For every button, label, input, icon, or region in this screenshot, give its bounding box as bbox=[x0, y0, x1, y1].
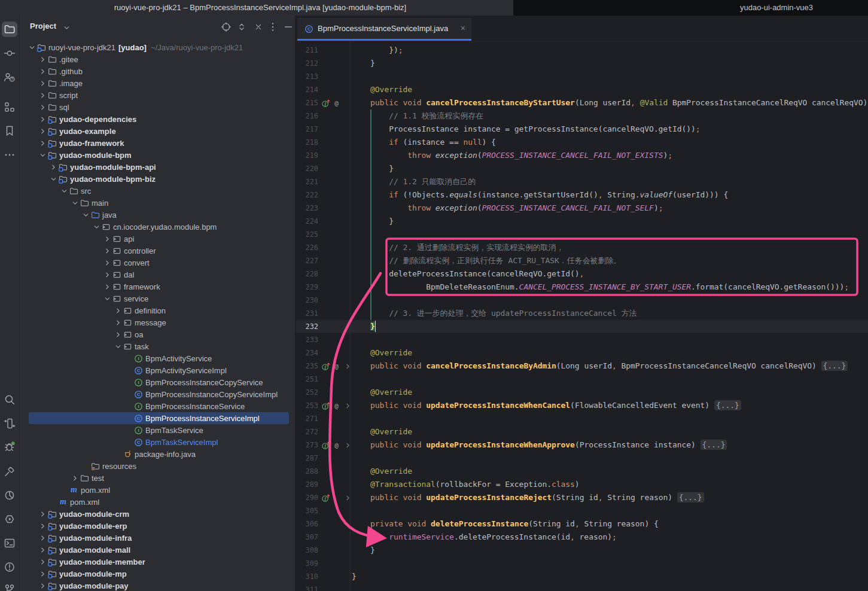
tree-item-convert[interactable]: convert bbox=[20, 257, 295, 269]
line-number[interactable]: 310 bbox=[296, 570, 318, 583]
run-window-icon[interactable] bbox=[3, 417, 16, 430]
tree-item-BpmProcessInstanceService[interactable]: IBpmProcessInstanceService bbox=[20, 400, 295, 412]
tree-item-yudao-module-mall[interactable]: yudao-module-mall bbox=[20, 544, 295, 556]
code-line-234[interactable]: 234 @Override bbox=[296, 346, 868, 360]
line-number[interactable]: 217 bbox=[296, 123, 318, 136]
line-number[interactable]: 211 bbox=[296, 44, 318, 57]
chevron-right-icon[interactable] bbox=[38, 89, 47, 101]
line-number[interactable]: 271 bbox=[296, 412, 318, 425]
tree-item-sql[interactable]: sql bbox=[20, 101, 295, 113]
chevron-down-icon[interactable] bbox=[27, 41, 36, 53]
tree-item-test[interactable]: test bbox=[20, 472, 295, 484]
bookmarks-icon[interactable] bbox=[3, 124, 16, 138]
code-line-226[interactable]: 226 // 2. 通过删除流程实例，实现流程实例的取消， bbox=[296, 241, 868, 254]
annotation-gutter-icon[interactable]: @ bbox=[331, 401, 341, 410]
line-number[interactable]: 288 bbox=[296, 465, 318, 478]
tree-item-oa[interactable]: oa bbox=[20, 328, 295, 340]
collapse-all-icon[interactable] bbox=[252, 20, 265, 33]
fold-arrow-icon[interactable] bbox=[343, 361, 352, 371]
code-with-me-icon[interactable]: ? bbox=[3, 71, 16, 84]
line-number[interactable]: 307 bbox=[296, 531, 318, 544]
line-number[interactable]: 287 bbox=[296, 452, 318, 465]
chevron-right-icon[interactable] bbox=[38, 508, 47, 520]
tree-item-BpmProcessInstanceServiceImpl[interactable]: CBpmProcessInstanceServiceImpl bbox=[20, 412, 295, 424]
code-line-307[interactable]: 307 runtimeService.deleteProcessInstance… bbox=[296, 531, 868, 544]
line-number[interactable]: 252 bbox=[296, 386, 318, 399]
line-number[interactable]: 215 bbox=[296, 96, 318, 109]
terminal-icon[interactable] bbox=[3, 537, 16, 550]
project-folder-icon[interactable] bbox=[2, 22, 17, 37]
chevron-right-icon[interactable] bbox=[113, 304, 123, 316]
code-line-290[interactable]: 290I public void updateProcessInstanceRe… bbox=[296, 491, 868, 504]
code-line-217[interactable]: 217 ProcessInstance instance = getProces… bbox=[296, 123, 868, 136]
chevron-right-icon[interactable] bbox=[70, 472, 80, 484]
code-line-229[interactable]: 229 BpmDeleteReasonEnum.CANCEL_PROCESS_I… bbox=[296, 281, 868, 294]
line-number[interactable]: 235 bbox=[296, 360, 318, 373]
code-line-231[interactable]: 231 // 3. 进一步的处理，交给 updateProcessInstanc… bbox=[296, 307, 868, 320]
chevron-down-icon[interactable] bbox=[81, 209, 90, 221]
tree-item-yudao-module-erp[interactable]: yudao-module-erp bbox=[20, 520, 295, 532]
services-icon[interactable] bbox=[3, 513, 16, 526]
code-line-211[interactable]: 211 }); bbox=[296, 44, 868, 57]
tree-item-BpmProcessInstanceCopyServiceImpl[interactable]: CBpmProcessInstanceCopyServiceImpl bbox=[20, 388, 295, 400]
code-line-271[interactable]: 271 bbox=[296, 412, 868, 425]
tree-item-resources[interactable]: resources bbox=[20, 460, 295, 472]
tree-item-definition[interactable]: definition bbox=[20, 304, 295, 316]
tree-item-yudao-module-infra[interactable]: yudao-module-infra bbox=[20, 532, 295, 544]
chevron-right-icon[interactable] bbox=[38, 65, 47, 77]
code-line-306[interactable]: 306 private void deleteProcessInstance(S… bbox=[296, 517, 868, 531]
line-number[interactable]: 229 bbox=[296, 281, 318, 294]
more-tool-windows-icon[interactable] bbox=[3, 148, 16, 162]
tree-item-script[interactable]: script bbox=[20, 89, 295, 101]
code-line-311[interactable]: 311 bbox=[296, 583, 868, 591]
chevron-down-icon[interactable] bbox=[92, 221, 101, 233]
line-number[interactable]: 218 bbox=[296, 136, 318, 149]
tree-item-pom.xml[interactable]: mpom.xml bbox=[20, 484, 295, 496]
code-line-251[interactable]: 251 bbox=[296, 373, 868, 386]
tree-item-main[interactable]: main bbox=[20, 197, 295, 209]
line-number[interactable]: 233 bbox=[296, 333, 318, 346]
tree-item-yudao-module-bpm[interactable]: yudao-module-bpm bbox=[20, 149, 295, 161]
tree-item-BpmTaskService[interactable]: IBpmTaskService bbox=[20, 424, 295, 436]
tree-item-controller[interactable]: controller bbox=[20, 245, 295, 257]
line-number[interactable]: 253 bbox=[296, 399, 318, 412]
chevron-right-icon[interactable] bbox=[38, 568, 47, 580]
line-number[interactable]: 272 bbox=[296, 425, 318, 438]
line-number[interactable]: 306 bbox=[296, 517, 318, 531]
chevron-right-icon[interactable] bbox=[38, 137, 47, 149]
code-line-272[interactable]: 272 @Override bbox=[296, 425, 868, 438]
tree-item-.image[interactable]: .image bbox=[20, 77, 295, 89]
code-line-232[interactable]: 232 } bbox=[296, 320, 868, 333]
line-number[interactable]: 232 bbox=[296, 320, 318, 333]
line-number[interactable]: 305 bbox=[296, 504, 318, 517]
chevron-down-icon[interactable] bbox=[70, 197, 80, 209]
code-editor[interactable]: 211 });212 }213214 @Override215I@ public… bbox=[296, 41, 868, 591]
code-line-228[interactable]: 228 deleteProcessInstance(cancelReqVO.ge… bbox=[296, 267, 868, 281]
line-number[interactable]: 230 bbox=[296, 294, 318, 307]
code-line-233[interactable]: 233 bbox=[296, 333, 868, 346]
overrides-method-icon[interactable]: I bbox=[321, 401, 330, 410]
line-number[interactable]: 214 bbox=[296, 83, 318, 96]
line-number[interactable]: 290 bbox=[296, 491, 318, 504]
vcs-commit-icon[interactable] bbox=[3, 47, 16, 60]
tree-item-.github[interactable]: .github bbox=[20, 65, 295, 77]
profiler-icon[interactable] bbox=[3, 489, 16, 502]
tree-item-framework[interactable]: framework bbox=[20, 281, 295, 293]
tree-item-message[interactable]: message bbox=[20, 316, 295, 328]
tree-item-.gitee[interactable]: .gitee bbox=[20, 53, 295, 65]
tree-item-java[interactable]: java bbox=[20, 209, 295, 221]
expand-collapse-icon[interactable] bbox=[235, 20, 248, 33]
code-line-223[interactable]: 223 throw exception(PROCESS_INSTANCE_CAN… bbox=[296, 202, 868, 215]
line-number[interactable]: 231 bbox=[296, 307, 318, 320]
chevron-right-icon[interactable] bbox=[102, 233, 112, 245]
code-line-252[interactable]: 252 @Override bbox=[296, 386, 868, 399]
overrides-method-icon[interactable]: I bbox=[321, 98, 330, 108]
tree-item-cn.iocoder.yudao.module.bpm[interactable]: cn.iocoder.yudao.module.bpm bbox=[20, 221, 295, 233]
tree-item-yudao-module-bpm-biz[interactable]: yudao-module-bpm-biz bbox=[20, 173, 295, 185]
line-number[interactable]: 308 bbox=[296, 544, 318, 557]
tree-item-ruoyi-vue-pro-jdk21[interactable]: ruoyi-vue-pro-jdk21[yudao]~/Java/ruoyi-v… bbox=[20, 41, 295, 53]
code-line-221[interactable]: 221 // 1.2 只能取消自己的 bbox=[296, 175, 868, 188]
line-number[interactable]: 224 bbox=[296, 215, 318, 228]
line-number[interactable]: 223 bbox=[296, 202, 318, 215]
line-number[interactable]: 226 bbox=[296, 241, 318, 254]
